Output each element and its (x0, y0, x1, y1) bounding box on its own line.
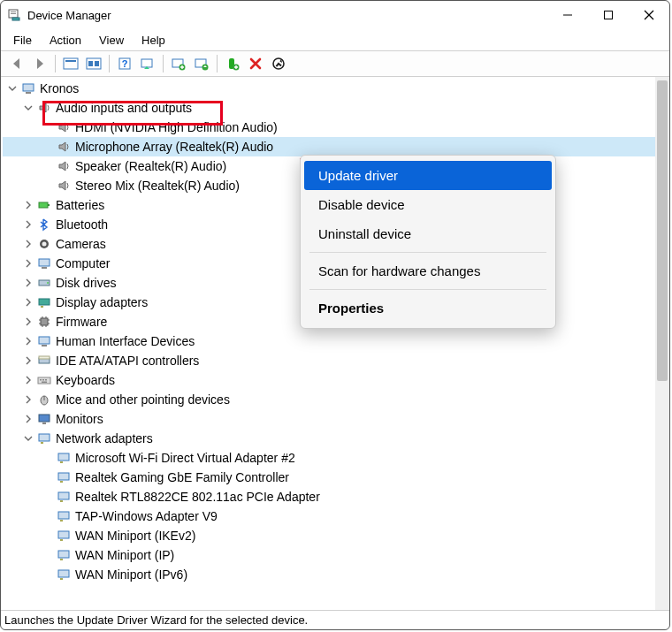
back-button[interactable] (6, 53, 27, 74)
device-net-realtek-gbe[interactable]: Realtek Gaming GbE Family Controller (3, 468, 655, 487)
svg-rect-52 (41, 442, 43, 444)
forward-button[interactable] (29, 53, 50, 74)
category-mice[interactable]: Mice and other pointing devices (3, 390, 655, 409)
expand-icon[interactable] (22, 296, 34, 308)
context-menu-label: Disable device (318, 197, 405, 212)
svg-rect-46 (42, 382, 47, 384)
device-audio-microphone[interactable]: Microphone Array (Realtek(R) Audio (3, 137, 655, 156)
keyboard-icon (36, 373, 52, 387)
collapse-icon[interactable] (22, 432, 34, 445)
tree-root[interactable]: Kronos (3, 79, 655, 98)
minimize-button[interactable] (547, 1, 588, 29)
close-button[interactable] (629, 1, 669, 29)
menu-view[interactable]: View (92, 32, 131, 49)
svg-rect-37 (41, 318, 48, 325)
uninstall-device-button[interactable] (245, 53, 266, 74)
svg-rect-5 (605, 11, 613, 19)
category-label: Bluetooth (56, 215, 108, 234)
update-driver-button[interactable] (191, 53, 212, 74)
device-label: TAP-Windows Adapter V9 (75, 506, 218, 526)
add-hardware-button[interactable] (168, 53, 189, 74)
category-keyboards[interactable]: Keyboards (3, 370, 655, 390)
device-net-realtek-wifi[interactable]: Realtek RTL8822CE 802.11ac PCIe Adapter (3, 487, 655, 506)
context-menu-label: Scan for hardware changes (318, 263, 480, 278)
svg-rect-60 (60, 520, 63, 522)
category-hid[interactable]: Human Interface Devices (3, 331, 655, 351)
network-adapter-icon (56, 529, 72, 543)
menubar: File Action View Help (1, 29, 669, 50)
help-button[interactable]: ? (114, 53, 135, 74)
expand-icon[interactable] (22, 413, 34, 425)
collapse-icon[interactable] (6, 82, 19, 95)
menu-action[interactable]: Action (42, 32, 88, 49)
context-menu-scan[interactable]: Scan for hardware changes (304, 256, 552, 286)
svg-rect-64 (60, 559, 63, 560)
expand-icon[interactable] (22, 277, 34, 289)
expand-icon[interactable] (22, 218, 34, 231)
category-label: Network adapters (56, 429, 153, 448)
expand-icon[interactable] (22, 199, 34, 211)
expand-icon[interactable] (22, 354, 34, 367)
device-label: WAN Miniport (IP) (75, 545, 174, 565)
svg-rect-43 (40, 379, 42, 381)
svg-text:?: ? (122, 58, 128, 69)
expand-icon[interactable] (22, 374, 34, 386)
camera-icon (36, 237, 52, 251)
context-menu-separator (309, 289, 546, 290)
context-menu-properties[interactable]: Properties (304, 293, 552, 323)
context-menu-disable-device[interactable]: Disable device (304, 190, 552, 219)
category-network[interactable]: Network adapters (3, 429, 655, 448)
menu-file[interactable]: File (6, 32, 39, 49)
device-net-wan-ip[interactable]: WAN Miniport (IP) (3, 545, 655, 565)
network-icon (36, 431, 52, 445)
network-adapter-icon (56, 470, 72, 484)
speaker-icon (36, 101, 52, 115)
disable-device-button[interactable] (268, 53, 289, 74)
device-manager-window: Device Manager File Action View Help (0, 0, 670, 630)
svg-rect-12 (95, 61, 99, 66)
network-adapter-icon (56, 567, 72, 582)
svg-rect-8 (64, 58, 78, 69)
scan-button[interactable] (137, 53, 158, 74)
speaker-icon (56, 120, 72, 134)
category-ide[interactable]: IDE ATA/ATAPI controllers (3, 351, 655, 370)
menu-help[interactable]: Help (134, 32, 172, 49)
properties-button[interactable] (83, 53, 104, 74)
speaker-icon (56, 140, 72, 154)
maximize-button[interactable] (588, 1, 629, 29)
scrollbar-thumb[interactable] (657, 80, 668, 381)
device-net-wan-ikev2[interactable]: WAN Miniport (IKEv2) (3, 526, 655, 545)
device-net-wan-ipv6[interactable]: WAN Miniport (IPv6) (3, 565, 655, 584)
expand-icon[interactable] (22, 238, 34, 250)
svg-rect-25 (23, 84, 34, 91)
expand-icon[interactable] (22, 257, 34, 270)
svg-rect-1 (11, 11, 16, 12)
computer-icon (36, 256, 52, 270)
context-menu-update-driver[interactable]: Update driver (304, 161, 552, 190)
svg-rect-55 (58, 473, 69, 480)
svg-rect-54 (60, 461, 63, 463)
svg-rect-32 (42, 267, 47, 269)
bluetooth-icon (36, 217, 52, 232)
toolbar: ? (1, 50, 669, 77)
expand-icon[interactable] (22, 335, 34, 347)
collapse-icon[interactable] (22, 102, 34, 114)
svg-point-34 (47, 282, 49, 284)
context-menu-uninstall-device[interactable]: Uninstall device (304, 219, 552, 248)
vertical-scrollbar[interactable] (655, 77, 669, 610)
svg-rect-49 (39, 415, 50, 422)
expand-icon[interactable] (22, 316, 34, 328)
svg-rect-62 (60, 539, 63, 541)
show-hidden-button[interactable] (60, 53, 81, 74)
category-monitors[interactable]: Monitors (3, 409, 655, 429)
device-net-wifidirect[interactable]: Microsoft Wi-Fi Direct Virtual Adapter #… (3, 448, 655, 468)
enable-device-button[interactable] (222, 53, 243, 74)
device-label: Stereo Mix (Realtek(R) Audio) (75, 176, 240, 195)
svg-rect-38 (39, 337, 50, 344)
category-audio[interactable]: Audio inputs and outputs (3, 98, 655, 118)
device-audio-hdmi[interactable]: HDMI (NVIDIA High Definition Audio) (3, 118, 655, 137)
network-adapter-icon (56, 548, 72, 562)
expand-icon[interactable] (22, 393, 34, 406)
device-net-tap[interactable]: TAP-Windows Adapter V9 (3, 506, 655, 526)
svg-rect-56 (60, 481, 63, 483)
